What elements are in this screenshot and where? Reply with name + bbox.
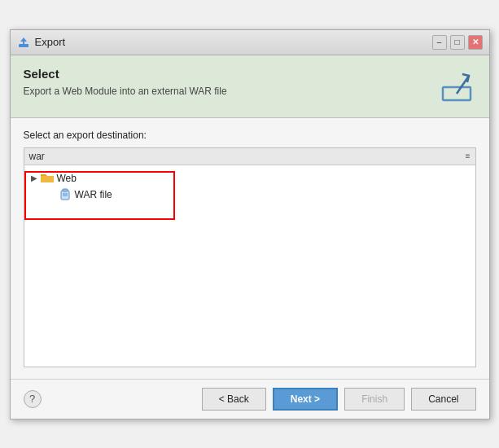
help-button[interactable]: ? <box>24 390 42 408</box>
header-description: Export a Web Module into an external WAR… <box>24 86 227 97</box>
tree-warfile-label: WAR file <box>75 189 112 200</box>
tree-expand-arrow: ▶ <box>31 173 39 182</box>
title-bar: Export – □ ✕ <box>11 30 489 55</box>
help-icon: ? <box>29 393 35 405</box>
finish-button[interactable]: Finish <box>344 388 405 411</box>
tree-container[interactable]: war ≡ ▶ Web <box>24 147 476 367</box>
warfile-icon <box>59 188 72 201</box>
content-label: Select an export destination: <box>24 130 476 141</box>
header-section: Select Export a Web Module into an exter… <box>11 55 489 118</box>
footer-buttons: < Back Next > Finish Cancel <box>202 388 476 411</box>
title-bar-left: Export <box>17 36 66 49</box>
cancel-button[interactable]: Cancel <box>411 388 475 411</box>
export-title-icon <box>17 36 30 49</box>
footer-section: ? < Back Next > Finish Cancel <box>11 379 489 419</box>
export-icon-svg <box>438 69 475 103</box>
next-button[interactable]: Next > <box>273 388 338 411</box>
back-button[interactable]: < Back <box>202 388 266 411</box>
minimize-button[interactable]: – <box>432 35 447 50</box>
header-title: Select <box>24 67 227 81</box>
tree-leaf-spacer <box>49 190 57 199</box>
close-button[interactable]: ✕ <box>468 35 483 50</box>
footer-left: ? <box>24 390 42 408</box>
svg-line-3 <box>457 76 469 94</box>
header-text: Select Export a Web Module into an exter… <box>24 67 227 97</box>
tree-children: WAR file <box>28 187 472 203</box>
tree-item-warfile[interactable]: WAR file <box>46 187 472 203</box>
tree-web-label: Web <box>57 173 77 184</box>
svg-rect-0 <box>19 44 28 47</box>
export-dialog: Export – □ ✕ Select Export a Web Module … <box>10 29 490 419</box>
tree-filter-label: war <box>29 151 45 162</box>
content-section: Select an export destination: war ≡ ▶ <box>11 118 489 379</box>
tree-header: war ≡ <box>24 148 475 165</box>
svg-rect-4 <box>41 176 54 182</box>
tree-body: ▶ Web <box>24 165 475 208</box>
folder-icon <box>41 172 54 185</box>
svg-rect-6 <box>63 189 68 191</box>
tree-item-web[interactable]: ▶ Web <box>28 170 472 187</box>
window-title: Export <box>35 36 66 48</box>
svg-marker-1 <box>20 37 27 44</box>
tree-collapse-button[interactable]: ≡ <box>466 152 471 160</box>
title-bar-controls: – □ ✕ <box>432 35 483 50</box>
restore-button[interactable]: □ <box>450 35 465 50</box>
header-export-icon <box>437 67 476 106</box>
